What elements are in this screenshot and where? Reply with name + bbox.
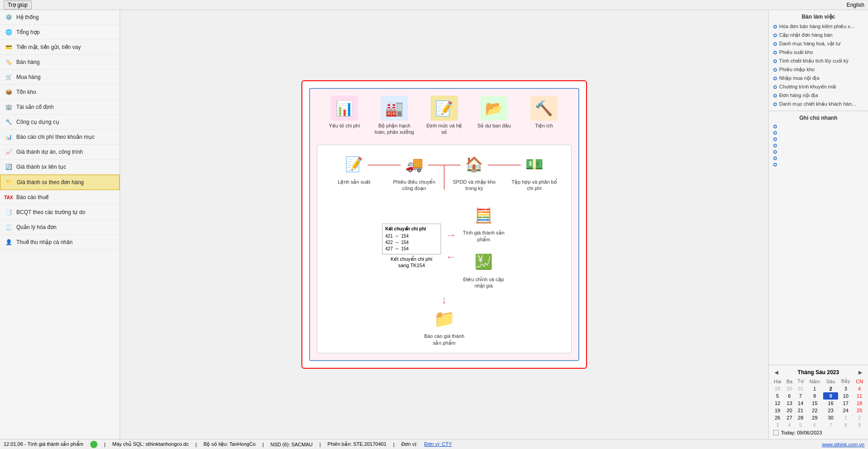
cal-th-bay: Bảy [838,377,853,385]
sidebar-item-gia-thanh-don-hang[interactable]: ➜ 📁 Giá thành sx theo đơn hàng [0,175,120,190]
cal-day-1[interactable]: 1 [806,385,823,392]
sidebar-item-gia-thanh-lien-tuc[interactable]: 🔄 Giá thành sx liên tục [0,160,120,175]
cal-day-29-prev[interactable]: 29 [771,385,784,392]
sidebar-item-tong-hop[interactable]: 🌐 Tổng hợp [0,25,120,40]
cal-day-6[interactable]: 6 [784,392,795,400]
cal-day-3[interactable]: 3 [838,385,853,392]
cal-next-button[interactable]: ► [857,369,863,376]
sidebar-item-bcqt[interactable]: 📑 BCQT theo các trường tự do [0,205,120,220]
cal-day-20[interactable]: 20 [784,407,795,414]
cal-day-5-next[interactable]: 5 [795,421,806,429]
link-danh-muc-chiet-khau[interactable]: Danh mục chiết khấu khách hàn... [771,100,866,108]
link-label-0: Hóa đơn bán hàng kiêm phiếu x... [779,24,854,29]
cal-day-9-today[interactable]: 9 [823,392,838,400]
sidebar-label-bcqt: BCQT theo các trường tự do [16,209,85,215]
status-version2: Phiên bản: STE.20170401 [328,441,387,447]
cal-day-30-prev[interactable]: 30 [784,385,795,392]
link-don-hang-noi-dia[interactable]: Đơn hàng nội địa [771,91,866,100]
sidebar-item-tai-san[interactable]: 🏢 Tài sản cố định [0,100,120,115]
status-website[interactable]: www.sthink.com.vn [822,442,864,447]
icon-so-du-ban-dau[interactable]: 📂 Số dư ban đầu [474,96,514,136]
flow-phieu-dieu-chuyen[interactable]: 🚚 Phiếu điều chuyển công đoạn [389,152,439,192]
cal-day-26[interactable]: 26 [771,414,784,421]
link-label-2: Danh mục hàng hoá, vật tư [779,41,840,47]
sidebar-item-mua-hang[interactable]: 🛒 Mua hàng [0,70,120,85]
cal-day-3-next[interactable]: 3 [771,421,784,429]
sidebar-item-he-thong[interactable]: ⚙️ Hệ thống [0,10,120,25]
cal-day-12[interactable]: 12 [771,400,784,407]
cal-day-19[interactable]: 19 [771,407,784,414]
flow-lenh-san-xuat[interactable]: 📝 Lệnh sản xuất [329,152,379,185]
cal-day-9-next[interactable]: 9 [853,421,866,429]
flow-dieu-chinh[interactable]: 💹 Điều chỉnh và cập nhật giá [461,249,506,289]
cal-prev-button[interactable]: ◄ [773,369,780,376]
cal-day-21[interactable]: 21 [795,407,806,414]
link-tinh-chiet-khau[interactable]: Tính chiết khấu tích lũy cuối kỳ [771,57,866,65]
cal-day-10[interactable]: 10 [838,392,853,400]
ket-chuyen-label: Kết chuyển chi phísang TK154 [391,256,432,269]
cal-day-30[interactable]: 30 [823,414,838,421]
sidebar-item-cong-cu[interactable]: 🔧 Công cụ dụng cụ [0,115,120,130]
link-cap-nhat-don-hang[interactable]: Cập nhật đơn hàng bán [771,31,866,39]
cal-day-25[interactable]: 25 [853,407,866,414]
cal-day-8[interactable]: 8 [806,392,823,400]
cal-day-2-next[interactable]: 2 [853,414,866,421]
link-nhap-mua-noi-dia[interactable]: Nhập mua nội địa [771,74,866,83]
help-button[interactable]: Trợ giúp [4,0,32,10]
flow-tinh-gia-thanh[interactable]: 🧮 Tính giá thành sản phẩm [461,203,506,243]
ket-chuyen-item[interactable]: Kết chuyển chi phí 421 ─ 154 422 ─ 154 4… [382,224,441,269]
cal-day-23[interactable]: 23 [823,407,838,414]
cal-day-15[interactable]: 15 [806,400,823,407]
cal-today-checkbox[interactable] [773,430,779,435]
sidebar-item-ban-hang[interactable]: 🏷️ Bán hàng [0,55,120,70]
sidebar: ⚙️ Hệ thống 🌐 Tổng hợp 💳 Tiền mặt, tiền … [0,10,120,439]
cal-day-22[interactable]: 22 [806,407,823,414]
sidebar-item-gia-thanh-da[interactable]: 📈 Giá thành dự án, công trình [0,145,120,160]
cal-day-18[interactable]: 18 [853,400,866,407]
link-hoa-don-ban-hang[interactable]: Hóa đơn bán hàng kiêm phiếu x... [771,22,866,31]
icon-yeu-to-chi-phi[interactable]: 📊 Yếu tố chi phí [324,96,365,136]
sidebar-label-tai-san: Tài sản cố định [16,104,53,110]
link-chuong-trinh-km[interactable]: Chương trình khuyến mãi [771,83,866,91]
cal-day-7[interactable]: 7 [795,392,806,400]
cal-day-24[interactable]: 24 [838,407,853,414]
cal-day-1-next[interactable]: 1 [838,414,853,421]
cal-day-2[interactable]: 2 [823,385,838,392]
sidebar-item-quan-ly-hoa-don[interactable]: 🧾 Quản lý hóa đơn [0,220,120,235]
link-phieu-nhap-kho[interactable]: Phiếu nhập kho [771,65,866,74]
sidebar-item-bao-cao-chi-phi[interactable]: 📊 Báo cáo chi phí theo khoản mục [0,130,120,145]
cal-day-4[interactable]: 4 [853,385,866,392]
cal-day-7-next[interactable]: 7 [823,421,838,429]
ket-chuyen-box: Kết chuyển chi phí 421 ─ 154 422 ─ 154 4… [382,224,441,254]
cal-day-5[interactable]: 5 [771,392,784,400]
flow-tap-hop[interactable]: 💵 Tập hợp và phân bổ chi phí [509,152,559,192]
yeu-to-chi-phi-label: Yếu tố chi phí [329,122,360,129]
cal-day-13[interactable]: 13 [784,400,795,407]
sidebar-item-ton-kho[interactable]: 📦 Tồn kho [0,85,120,100]
sidebar-item-bao-cao-thue[interactable]: TAX Báo cáo thuế [0,190,120,205]
flow-bao-cao[interactable]: 📁 Báo cáo giá thành sản phẩm [419,306,469,346]
flow-spdd[interactable]: 🏠 SPDD và nhập kho trong kỳ [449,152,499,192]
cal-day-29[interactable]: 29 [806,414,823,421]
note-row-0 [771,123,866,130]
ban-lam-viec-section: Bàn làm việc Hóa đơn bán hàng kiêm phiếu… [769,10,868,111]
note-dot-1 [773,131,777,135]
sidebar-item-thue-thu-nhap[interactable]: 👤 Thuế thu nhập cá nhân [0,235,120,250]
cal-day-14[interactable]: 14 [795,400,806,407]
sidebar-item-tien-mat[interactable]: 💳 Tiền mặt, tiền gửi, tiền vay [0,40,120,55]
cal-day-17[interactable]: 17 [838,400,853,407]
cal-day-31-prev[interactable]: 31 [795,385,806,392]
cal-day-16[interactable]: 16 [823,400,838,407]
cal-day-8-next[interactable]: 8 [838,421,853,429]
icon-tien-ich[interactable]: 🔨 Tiện ích [524,96,564,136]
cal-day-28[interactable]: 28 [795,414,806,421]
cal-day-11[interactable]: 11 [853,392,866,400]
cal-day-4-next[interactable]: 4 [784,421,795,429]
cal-day-6-next[interactable]: 6 [806,421,823,429]
link-danh-muc-hang-hoa[interactable]: Danh mục hàng hoá, vật tư [771,39,866,48]
status-company-link[interactable]: Đơn vị: CTY [424,441,452,447]
icon-dinh-muc-he-so[interactable]: 📝 Định mức và hệ số [424,96,465,136]
icon-bo-phan-hach-toan[interactable]: 🏭 Bộ phận hạch toán, phân xưởng [374,96,415,136]
cal-day-27[interactable]: 27 [784,414,795,421]
link-phieu-xuat-kho[interactable]: Phiếu xuất kho [771,48,866,57]
